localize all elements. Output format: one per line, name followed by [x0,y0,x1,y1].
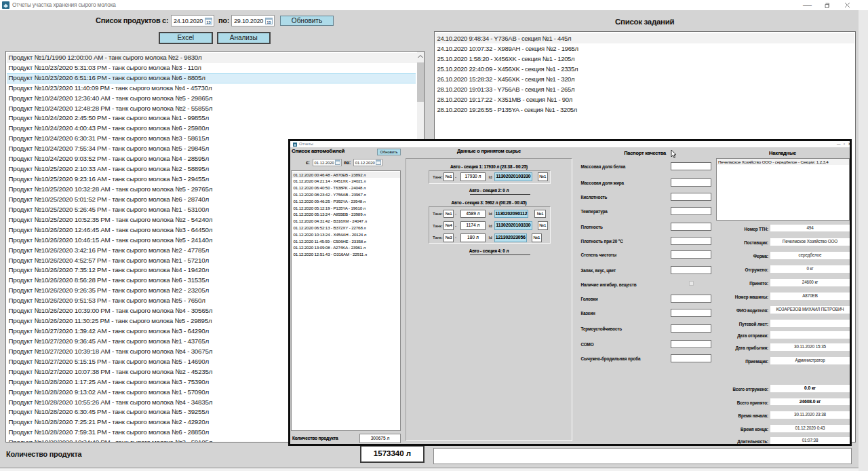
svg-text:15: 15 [206,20,211,24]
svg-text:15: 15 [267,20,271,24]
